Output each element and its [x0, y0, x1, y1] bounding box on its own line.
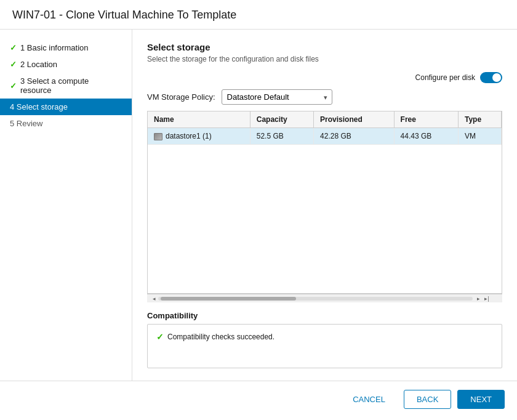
check-icon-location: ✓: [10, 60, 17, 69]
col-type: Type: [458, 111, 501, 128]
section-subtitle: Select the storage for the configuration…: [147, 55, 502, 63]
table-container: Name Capacity Provisioned Free Type: [147, 111, 502, 294]
check-icon-compute: ✓: [10, 81, 17, 91]
section-title: Select storage: [147, 42, 502, 52]
cancel-button[interactable]: CANCEL: [340, 390, 398, 408]
footer: CANCEL BACK NEXT: [0, 381, 517, 418]
compatibility-section: Compatibility ✓ Compatibility checks suc…: [147, 311, 502, 368]
sidebar-item-basic-info[interactable]: ✓ 1 Basic information: [0, 39, 132, 56]
cell-type: VM: [458, 128, 501, 145]
compat-message: Compatibility checks succeeded.: [167, 333, 275, 341]
cell-provisioned: 42.28 GB: [314, 128, 395, 145]
col-name: Name: [148, 111, 250, 128]
datastore-table-area: Name Capacity Provisioned Free Type: [147, 111, 502, 302]
scroll-right-icon[interactable]: ▸: [474, 294, 483, 303]
sidebar: ✓ 1 Basic information ✓ 2 Location ✓ 3 S…: [0, 30, 132, 381]
datastore-table: Name Capacity Provisioned Free Type: [148, 111, 502, 145]
scrollbar-track: [158, 297, 473, 301]
policy-label: VM Storage Policy:: [147, 92, 215, 102]
sidebar-item-compute-resource[interactable]: ✓ 3 Select a compute resource: [0, 73, 132, 99]
compatibility-title: Compatibility: [147, 311, 502, 320]
next-button[interactable]: NEXT: [457, 390, 505, 409]
main-layout: ✓ 1 Basic information ✓ 2 Location ✓ 3 S…: [0, 30, 517, 381]
scrollbar-thumb[interactable]: [161, 297, 296, 301]
table-scroll[interactable]: Name Capacity Provisioned Free Type: [148, 111, 502, 293]
table-row[interactable]: datastore1 (1) 52.5 GB 42.28 GB 44.43 GB…: [148, 128, 502, 145]
storage-policy-select[interactable]: Datastore Default: [222, 89, 332, 105]
configure-per-disk-toggle[interactable]: [480, 72, 502, 83]
cell-free: 44.43 GB: [394, 128, 458, 145]
sidebar-label-basic-info: 1 Basic information: [20, 43, 89, 52]
compatibility-item: ✓ Compatibility checks succeeded.: [156, 332, 493, 342]
window-title: WIN7-01 - Clone Virtual Machine To Templ…: [12, 9, 236, 21]
check-icon-basic-info: ✓: [10, 43, 17, 52]
content-area: Select storage Select the storage for th…: [132, 30, 517, 381]
configure-per-disk-row: Configure per disk: [147, 72, 502, 83]
storage-policy-select-wrapper: Datastore Default: [222, 89, 332, 105]
sidebar-label-compute: 3 Select a compute resource: [20, 76, 122, 95]
sidebar-item-select-storage[interactable]: 4 Select storage: [0, 99, 132, 115]
sidebar-item-review[interactable]: 5 Review: [0, 115, 132, 132]
sidebar-label-review: 5 Review: [10, 119, 42, 128]
datastore-icon: [154, 133, 162, 140]
sidebar-label-storage: 4 Select storage: [10, 102, 68, 111]
sidebar-label-location: 2 Location: [20, 60, 57, 69]
cell-name: datastore1 (1): [148, 128, 250, 145]
sidebar-item-location[interactable]: ✓ 2 Location: [0, 56, 132, 73]
col-free: Free: [394, 111, 458, 128]
title-bar: WIN7-01 - Clone Virtual Machine To Templ…: [0, 0, 517, 30]
col-capacity: Capacity: [250, 111, 313, 128]
scroll-left-icon[interactable]: ◂: [150, 296, 158, 302]
back-button[interactable]: BACK: [404, 390, 451, 409]
compatibility-box: ✓ Compatibility checks succeeded.: [147, 324, 502, 368]
configure-per-disk-label: Configure per disk: [415, 73, 475, 82]
policy-row: VM Storage Policy: Datastore Default: [147, 89, 502, 105]
scroll-right-end-icon[interactable]: ▸|: [483, 294, 491, 303]
cell-capacity: 52.5 GB: [250, 128, 313, 145]
scroll-right-icons: ▸ ▸|: [474, 294, 491, 303]
content-inner: Select storage Select the storage for th…: [147, 42, 502, 368]
compat-check-icon: ✓: [156, 332, 164, 342]
horizontal-scrollbar[interactable]: ◂ ▸ ▸|: [147, 294, 502, 302]
col-provisioned: Provisioned: [314, 111, 395, 128]
